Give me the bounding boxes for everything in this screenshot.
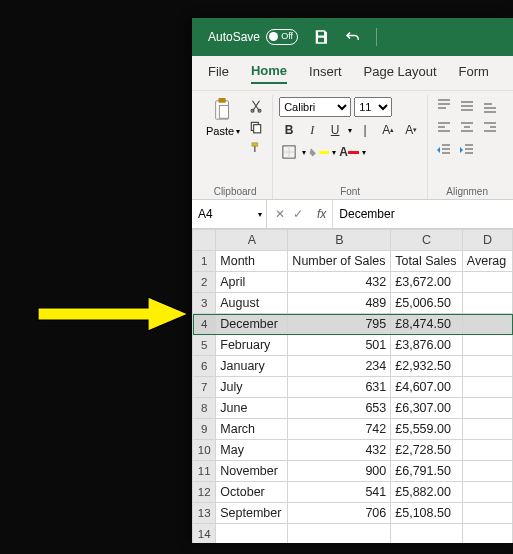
row-header[interactable]: 7 <box>193 377 216 398</box>
paste-button[interactable]: Paste▾ <box>204 95 242 139</box>
font-size-select[interactable]: 11 <box>354 97 392 117</box>
format-painter-icon[interactable] <box>246 139 266 157</box>
row-header[interactable]: 1 <box>193 251 216 272</box>
table-row[interactable]: 11November900£6,791.50 <box>193 461 513 482</box>
table-row[interactable]: 6January234£2,932.50 <box>193 356 513 377</box>
grid[interactable]: A B C D 1MonthNumber of SalesTotal Sales… <box>192 229 513 543</box>
cell[interactable] <box>462 524 512 544</box>
cell[interactable] <box>216 524 288 544</box>
cell[interactable]: 432 <box>288 272 391 293</box>
row-header[interactable]: 8 <box>193 398 216 419</box>
fill-color-icon[interactable] <box>309 143 329 161</box>
cell[interactable]: May <box>216 440 288 461</box>
cancel-icon[interactable]: ✕ <box>275 207 285 221</box>
italic-button[interactable]: I <box>302 121 322 139</box>
cell[interactable]: £2,728.50 <box>391 440 463 461</box>
cell[interactable] <box>462 503 512 524</box>
table-row[interactable]: 1MonthNumber of SalesTotal SalesAverag <box>193 251 513 272</box>
cell[interactable] <box>462 377 512 398</box>
cell[interactable]: £6,307.00 <box>391 398 463 419</box>
cell[interactable]: November <box>216 461 288 482</box>
cell[interactable]: Month <box>216 251 288 272</box>
cell[interactable]: 706 <box>288 503 391 524</box>
table-row[interactable]: 9March742£5,559.00 <box>193 419 513 440</box>
cell[interactable]: £5,882.00 <box>391 482 463 503</box>
cell[interactable] <box>462 335 512 356</box>
row-header[interactable]: 14 <box>193 524 216 544</box>
font-color-icon[interactable]: A <box>339 143 359 161</box>
toggle-switch[interactable]: Off <box>266 29 298 45</box>
row-header[interactable]: 13 <box>193 503 216 524</box>
cell[interactable]: £5,559.00 <box>391 419 463 440</box>
cell[interactable]: 653 <box>288 398 391 419</box>
cell[interactable]: April <box>216 272 288 293</box>
row-header[interactable]: 11 <box>193 461 216 482</box>
cell[interactable]: Averag <box>462 251 512 272</box>
cell[interactable]: 234 <box>288 356 391 377</box>
table-row[interactable]: 12October541£5,882.00 <box>193 482 513 503</box>
cell[interactable]: July <box>216 377 288 398</box>
cell[interactable]: 795 <box>288 314 391 335</box>
table-row[interactable]: 8June653£6,307.00 <box>193 398 513 419</box>
table-row[interactable]: 14 <box>193 524 513 544</box>
cell[interactable]: 742 <box>288 419 391 440</box>
cell[interactable] <box>462 440 512 461</box>
cut-icon[interactable] <box>246 97 266 115</box>
table-row[interactable]: 3August489£5,006.50 <box>193 293 513 314</box>
cell[interactable] <box>462 398 512 419</box>
align-top-icon[interactable] <box>434 97 454 115</box>
cell[interactable]: 631 <box>288 377 391 398</box>
col-header-b[interactable]: B <box>288 230 391 251</box>
select-all-corner[interactable] <box>193 230 216 251</box>
cell[interactable]: March <box>216 419 288 440</box>
cell[interactable]: £5,108.50 <box>391 503 463 524</box>
cell[interactable]: August <box>216 293 288 314</box>
cell[interactable]: 501 <box>288 335 391 356</box>
row-header[interactable]: 9 <box>193 419 216 440</box>
cell[interactable] <box>462 482 512 503</box>
cell[interactable]: 432 <box>288 440 391 461</box>
cell[interactable]: 489 <box>288 293 391 314</box>
tab-file[interactable]: File <box>208 64 229 83</box>
cell[interactable]: £3,876.00 <box>391 335 463 356</box>
table-row[interactable]: 7July631£4,607.00 <box>193 377 513 398</box>
col-header-c[interactable]: C <box>391 230 463 251</box>
bold-button[interactable]: B <box>279 121 299 139</box>
table-row[interactable]: 4December795£8,474.50 <box>193 314 513 335</box>
table-row[interactable]: 13September706£5,108.50 <box>193 503 513 524</box>
cell[interactable]: £4,607.00 <box>391 377 463 398</box>
cell[interactable]: Total Sales <box>391 251 463 272</box>
cell[interactable] <box>391 524 463 544</box>
tab-formulas[interactable]: Form <box>459 64 489 83</box>
underline-button[interactable]: U <box>325 121 345 139</box>
fx-icon[interactable]: fx <box>311 207 332 221</box>
tab-home[interactable]: Home <box>251 63 287 84</box>
cell[interactable]: December <box>216 314 288 335</box>
align-middle-icon[interactable] <box>457 97 477 115</box>
worksheet[interactable]: A B C D 1MonthNumber of SalesTotal Sales… <box>192 229 513 543</box>
decrease-indent-icon[interactable] <box>434 141 454 159</box>
table-row[interactable]: 5February501£3,876.00 <box>193 335 513 356</box>
col-header-a[interactable]: A <box>216 230 288 251</box>
increase-font-icon[interactable]: A▴ <box>378 121 398 139</box>
row-header[interactable]: 5 <box>193 335 216 356</box>
cell[interactable]: October <box>216 482 288 503</box>
cell[interactable] <box>462 272 512 293</box>
cell[interactable]: £3,672.00 <box>391 272 463 293</box>
table-row[interactable]: 10May432£2,728.50 <box>193 440 513 461</box>
cell[interactable]: 900 <box>288 461 391 482</box>
cell[interactable]: £2,932.50 <box>391 356 463 377</box>
cell[interactable] <box>288 524 391 544</box>
name-box[interactable]: A4 ▾ <box>192 200 267 228</box>
cell[interactable]: Number of Sales <box>288 251 391 272</box>
cell[interactable] <box>462 293 512 314</box>
tab-pagelayout[interactable]: Page Layout <box>364 64 437 83</box>
formula-input[interactable]: December <box>332 200 513 228</box>
table-row[interactable]: 2April432£3,672.00 <box>193 272 513 293</box>
row-header[interactable]: 6 <box>193 356 216 377</box>
cell[interactable] <box>462 356 512 377</box>
row-header[interactable]: 3 <box>193 293 216 314</box>
cell[interactable]: 541 <box>288 482 391 503</box>
align-bottom-icon[interactable] <box>480 97 500 115</box>
cell[interactable] <box>462 419 512 440</box>
